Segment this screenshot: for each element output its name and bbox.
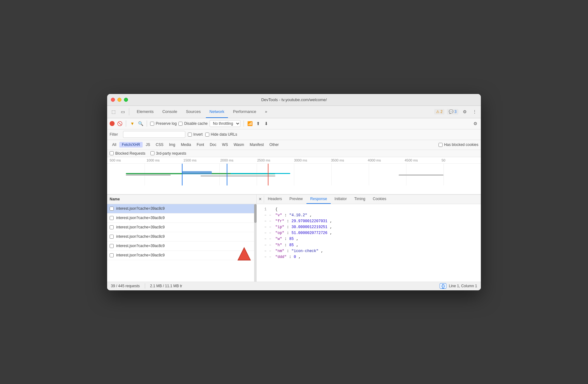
hide-data-urls-checkbox[interactable] <box>205 133 209 137</box>
filter-css[interactable]: CSS <box>153 142 166 148</box>
settings-icon[interactable]: ⚙ <box>461 108 468 115</box>
requests-count: 39 / 445 requests <box>111 284 140 288</box>
request-checkbox[interactable] <box>110 225 114 229</box>
grid-line <box>219 164 220 185</box>
close-button[interactable] <box>111 98 115 102</box>
tick-7: 4000 ms <box>368 158 405 162</box>
toolbar-divider-1 <box>126 120 126 127</box>
filter-manifest[interactable]: Manifest <box>247 142 266 148</box>
disable-cache-checkbox[interactable] <box>178 122 183 126</box>
json-line: – – "op" : 51.0000020772726 , <box>260 230 477 236</box>
cursor-position: Line 1, Column 1 <box>449 284 477 288</box>
red-marker-line <box>268 164 268 185</box>
maximize-button[interactable] <box>124 98 128 102</box>
format-button[interactable]: {} <box>440 283 446 289</box>
throttle-select[interactable]: No throttling <box>210 120 240 127</box>
upload-icon[interactable]: ⬆ <box>255 120 261 127</box>
tick-2: 1500 ms <box>183 158 220 162</box>
tick-8: 4500 ms <box>405 158 441 162</box>
third-party-checkbox[interactable] <box>150 151 154 155</box>
request-checkbox[interactable] <box>110 207 114 211</box>
tab-more[interactable]: » <box>261 105 271 118</box>
json-line: – – "nm" : "icon-check" , <box>260 248 477 254</box>
filter-other[interactable]: Other <box>267 142 281 148</box>
filter-wasm[interactable]: Wasm <box>231 142 247 148</box>
tab-console[interactable]: Console <box>159 105 181 118</box>
filter-fetch-xhr[interactable]: Fetch/XHR <box>119 142 143 148</box>
top-tab-bar: ⬚ ▭ Elements Console Sources Network Per… <box>107 106 481 118</box>
request-row[interactable]: interest.json?cache=39ac8c9 <box>107 223 256 232</box>
more-options-icon[interactable]: ⋮ <box>471 108 478 115</box>
request-checkbox[interactable] <box>110 216 114 220</box>
request-row[interactable]: interest.json?cache=39ac8c9 <box>107 204 256 213</box>
name-panel-wrapper: Name interest.json?cache=39ac8c9 interes… <box>107 195 257 282</box>
tab-elements[interactable]: Elements <box>133 105 157 118</box>
invert-label[interactable]: Invert <box>188 132 203 137</box>
load-bar-blue <box>182 171 212 174</box>
request-checkbox[interactable] <box>110 244 114 248</box>
network-settings-icon[interactable]: ⚙ <box>472 120 478 127</box>
transfer-size: 2.1 MB / 11.1 MB tr <box>150 284 182 288</box>
panel-tab-response[interactable]: Response <box>306 195 331 204</box>
panel-tab-initiator[interactable]: Initiator <box>331 195 350 204</box>
filter-js[interactable]: JS <box>143 142 153 148</box>
filter-media[interactable]: Media <box>178 142 194 148</box>
has-blocked-cookies-checkbox[interactable] <box>439 143 443 147</box>
invert-checkbox[interactable] <box>188 133 192 137</box>
tab-performance[interactable]: Performance <box>229 105 260 118</box>
request-row[interactable]: interest.json?cache=39ac8c9 <box>107 251 256 260</box>
blocked-requests-checkbox[interactable] <box>110 151 114 155</box>
tick-0: 500 ms <box>110 158 146 162</box>
timeline-area: 500 ms 1000 ms 1500 ms 2000 ms 2500 ms 3… <box>107 157 481 194</box>
info-badge[interactable]: 💬 3 <box>447 109 458 115</box>
third-party-label[interactable]: 3rd-party requests <box>150 151 186 156</box>
panel-tab-timing[interactable]: Timing <box>350 195 369 204</box>
search-icon[interactable]: 🔍 <box>137 120 144 127</box>
filter-img[interactable]: Img <box>167 142 178 148</box>
filter-font[interactable]: Font <box>194 142 206 148</box>
filter-doc[interactable]: Doc <box>207 142 219 148</box>
devtools-window: DevTools - tv.youtube.com/welcome/ ⬚ ▭ E… <box>107 94 481 290</box>
device-icon[interactable]: ▭ <box>119 108 126 115</box>
filter-ws[interactable]: WS <box>220 142 230 148</box>
request-checkbox[interactable] <box>110 253 114 257</box>
tab-network[interactable]: Network <box>206 105 228 118</box>
response-panel: × Headers Preview Response Initiator Tim… <box>257 195 481 282</box>
disable-cache-label[interactable]: Disable cache <box>178 121 207 126</box>
tab-sources[interactable]: Sources <box>182 105 205 118</box>
preserve-log-checkbox[interactable] <box>150 122 154 126</box>
hide-data-urls-label[interactable]: Hide data URLs <box>205 132 237 137</box>
blocked-requests-label[interactable]: Blocked Requests <box>110 151 145 156</box>
panel-tab-preview[interactable]: Preview <box>286 195 306 204</box>
filter-icon[interactable]: ▼ <box>129 120 135 127</box>
close-panel-button[interactable]: × <box>257 195 264 203</box>
name-panel: Name interest.json?cache=39ac8c9 interes… <box>107 195 257 282</box>
request-row[interactable]: interest.json?cache=39ac8c9 <box>107 241 256 251</box>
filter-input[interactable] <box>123 131 185 138</box>
panel-tab-headers[interactable]: Headers <box>264 195 286 204</box>
wifi-icon[interactable]: 📶 <box>247 120 253 127</box>
json-line: – – "ddd" : 0 , <box>260 254 477 260</box>
record-button[interactable] <box>110 121 115 126</box>
scrollbar-thumb[interactable] <box>254 204 257 223</box>
json-line: 1 { <box>260 207 477 213</box>
preserve-log-label[interactable]: Preserve log <box>150 121 177 126</box>
minimize-button[interactable] <box>117 98 121 102</box>
panel-tab-cookies[interactable]: Cookies <box>369 195 390 204</box>
has-blocked-cookies[interactable]: Has blocked cookies <box>439 143 478 147</box>
panel-tab-bar: × Headers Preview Response Initiator Tim… <box>257 195 481 204</box>
request-row[interactable]: interest.json?cache=39ac8c9 <box>107 213 256 223</box>
filter-label: Filter <box>110 132 118 137</box>
load-bar-gray-2 <box>201 176 275 176</box>
request-row[interactable]: interest.json?cache=39ac8c9 <box>107 232 256 241</box>
json-line: – – "h" : 85 , <box>260 242 477 248</box>
type-filter-bar: All Fetch/XHR JS CSS Img Media Font Doc … <box>107 140 481 150</box>
cursor-icon[interactable]: ⬚ <box>110 108 117 115</box>
clear-icon[interactable]: 🚫 <box>116 120 123 127</box>
name-column-header: Name <box>107 195 256 204</box>
filter-all[interactable]: All <box>110 142 119 148</box>
download-icon[interactable]: ⬇ <box>263 120 269 127</box>
warning-badge[interactable]: ⚠ 2 <box>434 109 444 115</box>
scrollbar[interactable] <box>254 204 257 282</box>
request-checkbox[interactable] <box>110 235 114 239</box>
